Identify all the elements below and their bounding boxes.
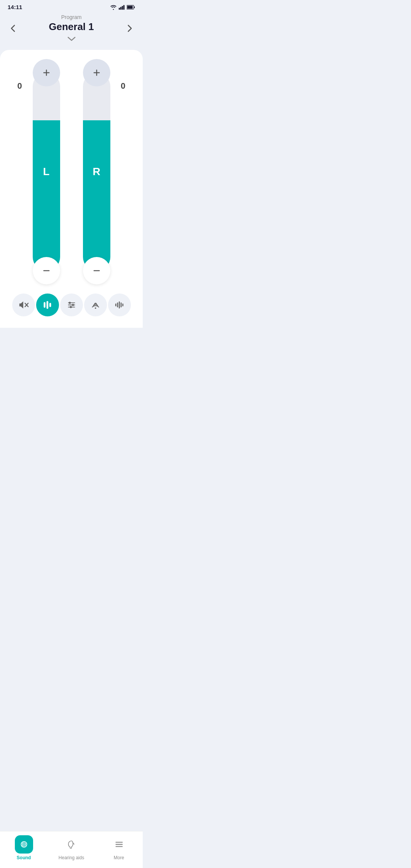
mute-button[interactable] (12, 294, 35, 316)
svg-rect-6 (127, 6, 132, 9)
right-slider-label: R (92, 166, 100, 178)
quick-controls (8, 286, 135, 320)
svg-rect-25 (115, 303, 116, 306)
svg-rect-3 (123, 5, 124, 10)
main-content: 0 L 0 (0, 50, 143, 328)
svg-rect-16 (46, 301, 48, 309)
svg-rect-28 (120, 303, 121, 308)
equalizer-icon (67, 300, 76, 310)
chevron-down-icon[interactable] (8, 34, 135, 43)
svg-rect-5 (134, 6, 135, 8)
header: Program General 1 (0, 12, 143, 47)
left-volume-down-button[interactable] (33, 257, 60, 284)
right-slider-track[interactable]: R (83, 73, 110, 271)
svg-rect-2 (122, 6, 123, 10)
stream-icon (91, 300, 100, 310)
battery-icon (127, 5, 135, 10)
svg-point-23 (70, 306, 72, 308)
left-slider-track[interactable]: L (33, 73, 60, 271)
nav-right-button[interactable] (124, 22, 135, 37)
waves-button[interactable] (108, 294, 131, 316)
volume-bars-icon (43, 300, 53, 310)
svg-point-24 (95, 308, 96, 309)
signal-icon (119, 5, 125, 10)
right-volume-down-button[interactable] (83, 257, 110, 284)
left-slider-fill (33, 120, 60, 271)
waves-icon (115, 300, 124, 310)
sliders-container: 0 L 0 (8, 65, 135, 271)
stream-button[interactable] (84, 294, 107, 316)
right-slider-fill (83, 120, 110, 271)
svg-rect-15 (43, 302, 45, 308)
status-bar: 14:11 (0, 0, 143, 12)
right-slider-value: 0 (121, 81, 125, 91)
svg-point-21 (72, 304, 74, 306)
svg-rect-29 (122, 303, 123, 306)
left-volume-up-button[interactable] (33, 59, 60, 86)
left-slider-wrapper: 0 L (33, 73, 60, 271)
page-title: General 1 (8, 21, 135, 33)
nav-left-button[interactable] (8, 22, 18, 37)
mute-icon (19, 300, 29, 310)
svg-rect-17 (49, 303, 51, 307)
program-label: Program (8, 14, 135, 20)
status-icons (110, 5, 135, 10)
wifi-icon (110, 5, 117, 10)
svg-rect-1 (120, 7, 121, 10)
svg-rect-0 (119, 8, 120, 10)
left-slider-value: 0 (18, 81, 22, 91)
left-slider-label: L (43, 166, 49, 178)
status-time: 14:11 (8, 4, 22, 10)
svg-rect-26 (117, 303, 118, 308)
svg-rect-27 (119, 302, 120, 309)
right-volume-up-button[interactable] (83, 59, 110, 86)
right-slider-wrapper: 0 R (83, 73, 110, 271)
equalizer-button[interactable] (60, 294, 83, 316)
volume-bars-button[interactable] (36, 294, 59, 316)
svg-point-19 (68, 302, 71, 304)
